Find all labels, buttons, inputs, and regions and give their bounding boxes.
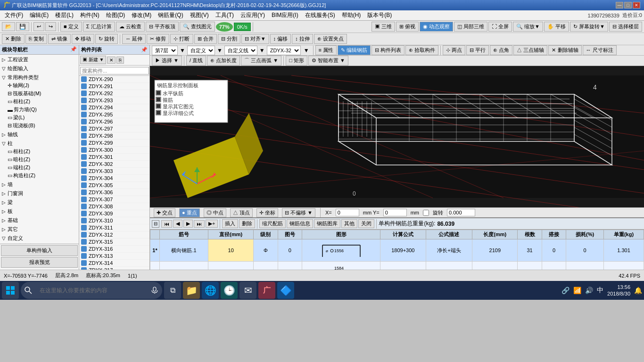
comp-copy-btn[interactable]: ⎘: [116, 57, 124, 64]
comp-item-307[interactable]: ZDYX-307: [79, 196, 149, 203]
maximize-button[interactable]: □: [624, 2, 632, 8]
rebar-insert[interactable]: 插入: [222, 219, 238, 228]
x-input[interactable]: [336, 209, 359, 216]
app-icon-ggj[interactable]: 广: [258, 282, 275, 299]
nav-item-col[interactable]: ▭ 框柱(Z): [1, 98, 78, 106]
app-icon-file[interactable]: 📁: [183, 282, 200, 299]
tb-flat-top[interactable]: ⊟ 平齐板顶: [146, 22, 179, 32]
tb-dynamic-obs[interactable]: ◉ 动态观察: [420, 22, 453, 32]
tb-split[interactable]: ⊟ 分割: [218, 34, 240, 44]
menu-modify[interactable]: 修改(M): [129, 10, 154, 20]
comp-item-295[interactable]: ZDYX-295: [79, 111, 149, 118]
nav-item-beam2[interactable]: ▷ 梁: [1, 198, 78, 206]
notification-icon[interactable]: 🔔: [634, 287, 642, 294]
tb-save[interactable]: 💾: [16, 22, 29, 31]
tb-merge[interactable]: ⊞ 合并: [194, 34, 217, 44]
nav-item-project-settings[interactable]: ▷ 工程设置: [1, 56, 78, 64]
taskbar-search-input[interactable]: [34, 283, 151, 297]
component-search-input[interactable]: [80, 67, 149, 74]
tb-mirror[interactable]: ⇌ 镜像: [48, 34, 71, 44]
nav-item-axes[interactable]: ▷ 轴线: [1, 131, 78, 139]
comp-item-311[interactable]: ZDYX-311: [79, 224, 149, 231]
rebar-delete[interactable]: 删除: [239, 219, 255, 228]
comp-item-305[interactable]: ZDYX-305: [79, 182, 149, 189]
tb-delete[interactable]: ✕ 删除: [2, 34, 25, 44]
tb-dot-angle[interactable]: ⊕ 点角: [490, 45, 512, 55]
comp-item-290[interactable]: ZDYX-290: [79, 76, 149, 83]
rebar-table-area[interactable]: 筋号 直径(mm) 级别 图号 图形 计算公式 公式描述 长度(mm) 根数 搭…: [150, 230, 644, 270]
nav-pin[interactable]: 📌: [70, 46, 77, 53]
tb-setpoint[interactable]: ⊕ 设置夹点: [314, 34, 347, 44]
snap-coord[interactable]: ✛ 坐标: [256, 208, 278, 217]
comp-item-308[interactable]: ZDYX-308: [79, 203, 149, 210]
comp-delete-btn[interactable]: ✕: [107, 57, 116, 64]
tb-trim[interactable]: ✂ 修剪: [147, 34, 169, 44]
menu-bim[interactable]: BIM应用(I): [269, 10, 301, 20]
rebar-scale[interactable]: 缩尺配筋: [259, 219, 286, 228]
snap-center[interactable]: ◎ 中点: [204, 208, 226, 217]
custom-line-select[interactable]: 自定义线: [224, 46, 257, 55]
rebar-nav-next[interactable]: ▶: [183, 220, 193, 228]
nav-item-end-col[interactable]: ▭ 端柱(Z): [1, 164, 78, 172]
app-icon-mail[interactable]: ✉: [239, 282, 256, 299]
tb-zoom[interactable]: 🔍 缩放▼: [513, 22, 543, 32]
nav-item-wall[interactable]: ▬ 剪力墙(Q): [1, 106, 78, 114]
task-view-btn[interactable]: ⧉: [164, 282, 181, 299]
tb-rotate[interactable]: ↻ 旋转: [95, 34, 118, 44]
comp-item-304[interactable]: ZDYX-304: [79, 175, 149, 182]
comp-item-297[interactable]: ZDYX-297: [79, 125, 149, 132]
rebar-other[interactable]: 其他: [341, 219, 357, 228]
app-icon-store[interactable]: 🕒: [221, 282, 238, 299]
tb-three-points[interactable]: △ 三点辅轴: [513, 45, 547, 55]
tb-align[interactable]: ⊟ 对齐▼: [241, 34, 269, 44]
tb-screen-rotate[interactable]: ↻ 屏幕旋转▼: [570, 22, 608, 32]
comp-item-292[interactable]: ZDYX-292: [79, 90, 149, 97]
comp-new-btn[interactable]: ▣ 新建 ▼: [80, 56, 106, 64]
component-list-pin[interactable]: 📌: [141, 47, 148, 53]
menu-tools[interactable]: 工具(T): [213, 10, 237, 20]
snap-vertex[interactable]: △ 顶点: [230, 208, 253, 217]
tb-find-element[interactable]: 🔍 查找图元: [180, 22, 215, 32]
nav-item-beam[interactable]: ▭ 梁(L): [1, 114, 78, 122]
comp-item-313[interactable]: ZDYX-313: [79, 253, 149, 260]
comp-item-298[interactable]: ZDYX-298: [79, 132, 149, 140]
menu-rebar-qty[interactable]: 钢筋量(Q): [155, 10, 186, 20]
tb-smart[interactable]: ⚙ 智能布置 ▼: [308, 56, 348, 66]
tb-sigma[interactable]: Σ 汇总计算: [83, 22, 115, 32]
tb-3d[interactable]: ▣ 三维: [372, 22, 395, 32]
nav-item-doors[interactable]: ▷ 门窗洞: [1, 189, 78, 197]
tb-fullscreen[interactable]: ⛶ 全屏: [488, 22, 512, 32]
menu-edit[interactable]: 编辑(E): [27, 10, 51, 20]
nav-item-common[interactable]: ▽ 常用构件类型: [1, 74, 78, 82]
nav-item-raft[interactable]: ⊟ 筏板基础(M): [1, 90, 78, 98]
tb-drag[interactable]: ↕ 拉伸: [292, 34, 313, 44]
clock[interactable]: 13:56 2018/8/30: [607, 284, 630, 297]
menu-cloud[interactable]: 云应用(Y): [238, 10, 268, 20]
layer-select[interactable]: 第7层: [152, 46, 178, 55]
comp-item-312[interactable]: ZDYX-312: [79, 231, 149, 239]
tb-extend[interactable]: ↔ 延伸: [122, 34, 146, 44]
comp-item-293[interactable]: ZDYX-293: [79, 97, 149, 104]
table-row-2[interactable]: 2 横向钢筋.2 8 Φ 0 1584 120: [150, 262, 644, 270]
nav-item-slab2[interactable]: ▷ 板: [1, 207, 78, 215]
tb-line[interactable]: / 直线: [186, 56, 206, 66]
rebar-info-btn[interactable]: 钢筋信息: [287, 219, 313, 228]
nav-item-frame-col[interactable]: ▭ 框柱(Z): [1, 148, 78, 156]
comp-item-300[interactable]: ZDYX-300: [79, 147, 149, 154]
comp-item-302[interactable]: ZDYX-302: [79, 161, 149, 168]
tb-comp-list[interactable]: ⊟ 构件列表: [372, 45, 405, 55]
nav-item-other[interactable]: ▷ 其它: [1, 225, 78, 233]
tb-rect[interactable]: □ 矩形: [286, 56, 307, 66]
tb-edit-rebar[interactable]: ✎ 编辑钢筋: [338, 45, 371, 55]
table-row-1[interactable]: 1* 横向钢筋.1 10 Φ 0 1556: [150, 239, 644, 262]
comp-item-306[interactable]: ZDYX-306: [79, 189, 149, 196]
nav-item-drawing[interactable]: ▽ 绘图输入: [1, 65, 78, 73]
nav-item-custom[interactable]: ▽ 自定义: [1, 234, 78, 242]
comp-item-310[interactable]: ZDYX-310: [79, 217, 149, 224]
comp-item-296[interactable]: ZDYX-296: [79, 118, 149, 125]
tb-undo[interactable]: ↩: [33, 22, 44, 31]
menu-version[interactable]: 版本号(B): [364, 10, 395, 20]
tb-copy[interactable]: ⎘ 复制: [25, 34, 47, 44]
tb-select-floor[interactable]: ⊟ 选择楼层: [609, 22, 642, 32]
snap-midpoint[interactable]: ● 重点: [179, 208, 200, 217]
